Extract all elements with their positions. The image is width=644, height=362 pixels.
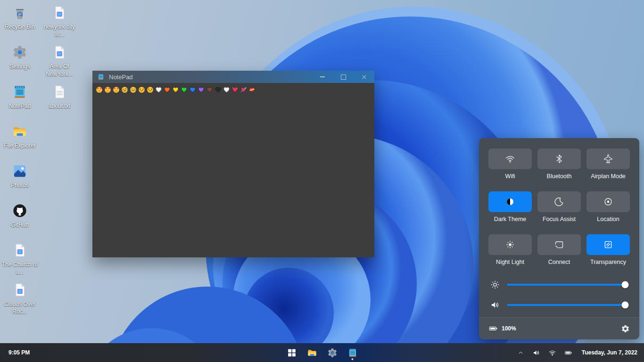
chevron-up-icon [517,349,524,356]
cast-icon [554,239,564,250]
tile-bluetooth: Bluetooth [537,148,581,180]
emoji-heart-arrow [240,86,247,93]
tile-connect: Connect [537,234,581,265]
minimize-button[interactable] [312,71,333,83]
tile-label: Dark Theme [494,216,527,222]
desktop-icon-area-of-newyork[interactable]: Area Of NewYork... [40,44,79,78]
emoji-rofl [121,86,128,93]
volume-track[interactable] [507,304,625,306]
emoji-heart [223,86,230,93]
volume-slider[interactable] [479,300,639,310]
connect-button[interactable] [537,234,581,255]
recycle-bin-icon [12,5,28,21]
emoji-heart [189,86,196,93]
emoji-heart-eyes [113,86,120,93]
wifi-button[interactable] [488,148,532,169]
tile-airplane-mode: Airplan Mode [586,148,630,180]
emoji-heart [215,86,222,93]
desktop-icon-label: The Church of a... [0,261,40,276]
desktop-icon-recycle-bin[interactable]: Recycle Bin [0,5,40,31]
emoji-heart [206,86,213,93]
tray-battery-button[interactable] [564,349,572,357]
emoji-heart-sparkle [231,86,239,93]
emoji-heart [181,86,188,93]
tile-transparency: Transparency [586,234,630,265]
desktop-icon-settings[interactable]: Settings [0,44,40,71]
desktop-icon-clouds-over[interactable]: Clouds Over Roc... [0,282,40,315]
emoji-heart [155,86,162,93]
taskbar-apps [284,345,361,361]
quick-settings-grid: Wifi Bluetooth Airplan Mode Dark Theme F… [488,148,630,265]
emoji-heart [198,86,205,93]
taskbar-date[interactable]: Tuesday, Jun 7, 2022 [582,349,637,356]
quick-settings-panel: Wifi Bluetooth Airplan Mode Dark Theme F… [479,138,639,339]
location-button[interactable] [586,191,630,212]
folder-icon [12,123,28,140]
tray-chevron-button[interactable] [517,349,524,356]
battery-percent: 100% [502,325,516,332]
desktop-icon-label: File Explorer [0,142,40,150]
quick-settings-footer: 100% [479,317,639,339]
airplane-mode-button[interactable] [586,148,630,169]
brightness-thumb[interactable] [622,281,629,288]
taskbar-notepad[interactable] [345,345,361,361]
tile-label: Focus Assist [543,216,576,222]
desktop-icon-file-explorer[interactable]: File Explorer [0,123,40,150]
notepad-titlebar[interactable]: NotePad [92,71,374,83]
desktop-icon-photos[interactable]: Photos [0,163,40,189]
notepad-icon [97,73,105,81]
brightness-slider[interactable] [479,280,639,290]
desktop-icon-label: Area Of NewYork... [40,63,79,78]
brightness-track[interactable] [507,284,625,286]
desktop-icon-label: GitHub [0,222,40,229]
volume-thumb[interactable] [622,302,629,309]
tile-label: Transparency [590,259,626,265]
speaker-icon [532,349,540,357]
folder-icon [306,347,317,358]
close-button[interactable] [354,71,374,83]
wifi-icon [548,349,556,357]
bluetooth-button[interactable] [537,148,581,169]
notepad-window: NotePad [92,71,374,257]
settings-gear-icon [327,347,338,358]
video-file-icon [51,5,67,21]
notepad-edit-area[interactable] [92,83,374,257]
running-indicator [352,358,354,360]
desktop-icon-github[interactable]: GitHub [0,203,40,229]
tray-wifi-button[interactable] [548,349,556,357]
notepad-icon [12,84,28,100]
text-file-icon [51,84,67,100]
taskbar-clock[interactable]: 9:05 PM [8,343,30,362]
settings-button[interactable] [621,324,630,333]
desktop-icon-area: Recycle Bin newyork city at... Settings … [0,0,85,330]
start-button[interactable] [284,345,300,361]
desktop-icon-notepad[interactable]: NotePad [0,84,40,110]
desktop-icon-newyork-city[interactable]: newyork city at... [40,5,79,38]
desktop-icon-label: newyork city at... [40,24,79,38]
tile-label: Connect [548,259,570,265]
desktop-icon-about-txt[interactable]: about.txt [40,84,79,110]
desktop-icon-label: Clouds Over Roc... [0,301,40,315]
volume-icon [490,300,500,310]
tile-wifi: Wifi [488,148,532,180]
taskbar-settings[interactable] [324,345,340,361]
desktop: Recycle Bin newyork city at... Settings … [0,0,644,362]
transparency-button[interactable] [586,234,630,255]
github-icon [12,203,28,219]
maximize-icon [341,74,346,80]
desktop-icon-the-church[interactable]: The Church of a... [0,242,40,276]
emoji-heart-mend [248,86,256,93]
minimize-icon [320,76,325,77]
night-light-button[interactable] [488,234,532,255]
night-light-icon [505,239,515,250]
taskbar-file-explorer[interactable] [304,345,320,361]
maximize-button[interactable] [333,71,354,83]
video-file-icon [51,44,67,60]
dark-theme-button[interactable] [488,191,532,212]
tray-volume-button[interactable] [532,349,540,357]
start-icon [286,347,297,358]
focus-assist-button[interactable] [537,191,581,212]
tile-label: Location [597,216,619,222]
taskbar: 9:05 PM Tuesday, Jun 7, 2022 [0,343,644,362]
desktop-icon-label: NotePad [0,103,40,110]
